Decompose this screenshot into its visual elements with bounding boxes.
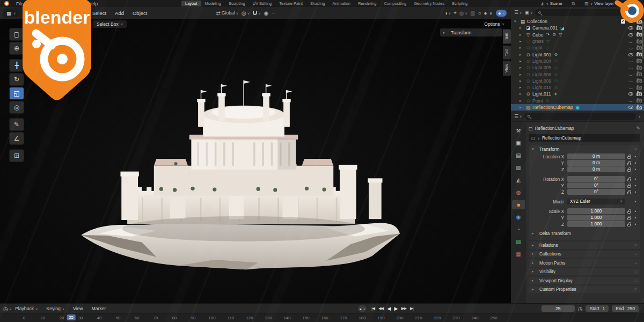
panel-drag-handle[interactable]: ≡ — [634, 243, 637, 248]
tab-render[interactable]: ▣ — [512, 138, 525, 148]
lock-icon[interactable] — [627, 192, 631, 194]
npanel-tab-view[interactable]: View — [503, 61, 511, 76]
hide-in-viewport-toggle[interactable] — [628, 53, 633, 56]
lock-icon[interactable] — [627, 163, 631, 165]
disclosure-icon[interactable]: ▸ — [519, 105, 525, 109]
properties-editor-dropdown[interactable]: ☰∨ — [514, 114, 522, 119]
lock-icon[interactable] — [627, 185, 631, 188]
panel-drag-handle[interactable]: ≡ — [634, 251, 637, 257]
timeline-menu-view[interactable]: View — [69, 306, 86, 311]
disable-in-renders-toggle[interactable] — [636, 86, 642, 90]
workspace-tab-sculpting[interactable]: Sculpting — [225, 1, 249, 6]
hide-in-viewport-toggle[interactable] — [628, 60, 633, 62]
jump-to-end-button[interactable]: ▶| — [408, 306, 415, 311]
lock-icon[interactable] — [627, 211, 631, 214]
tab-scene[interactable]: ◭ — [512, 175, 525, 185]
lock-icon[interactable] — [627, 169, 631, 172]
disable-in-renders-toggle[interactable] — [636, 46, 642, 50]
value-field[interactable]: 1.000 — [567, 208, 625, 214]
play-reverse-button[interactable]: ◀ — [386, 306, 392, 311]
shading-solid-button[interactable]: ● — [484, 10, 487, 16]
panel-drag-handle[interactable]: ≡ — [634, 278, 637, 283]
timeline-menu-marker[interactable]: Marker — [88, 306, 110, 311]
npanel-transform-header[interactable]: ▸ Transform — [440, 28, 502, 36]
panel-drag-handle[interactable]: ≡ — [634, 147, 637, 152]
timeline-menu-playback[interactable]: Playback∨ — [11, 306, 41, 311]
value-field[interactable]: 0 m — [567, 166, 625, 172]
properties-options-icon[interactable]: ∨ — [639, 114, 641, 118]
current-frame-field[interactable]: 25 — [541, 305, 575, 312]
disable-in-renders-toggle[interactable] — [636, 72, 642, 76]
tool-add-cube[interactable]: ⊞ — [9, 149, 24, 162]
disclosure-icon[interactable]: ▸ — [519, 26, 525, 30]
animate-dot[interactable]: • — [633, 177, 638, 182]
options-dropdown[interactable]: Options ∨ — [484, 21, 504, 27]
panel-relations[interactable]: ▸Relations≡ — [529, 241, 640, 249]
hide-in-viewport-toggle[interactable] — [628, 92, 633, 96]
orientation-dropdown[interactable]: ⇄ Global ∨ — [216, 10, 238, 16]
viewport-menu-object[interactable]: Object — [128, 10, 151, 16]
workspace-tab-layout[interactable]: Layout — [181, 1, 201, 6]
viewport-menu-add[interactable]: Add — [111, 10, 128, 16]
disclosure-icon[interactable]: ▸ — [519, 92, 525, 96]
outliner-row-reflectioncubemap[interactable]: ▸▨ReflectionCubemap▣ — [511, 104, 644, 111]
lock-icon[interactable] — [627, 217, 631, 220]
outliner-row-light-006[interactable]: ▸⊙Light.006⊙ — [511, 71, 644, 77]
animate-dot[interactable]: • — [633, 160, 638, 166]
value-field[interactable]: 0° — [567, 189, 625, 195]
overlays-button[interactable]: ◍∨ — [459, 10, 467, 16]
new-scene-icon[interactable]: ⧉ — [572, 1, 575, 6]
tab-view-layer[interactable]: ▥ — [512, 163, 525, 172]
properties-search-input[interactable] — [524, 113, 635, 120]
lock-icon[interactable] — [627, 156, 631, 159]
shading-material-button[interactable]: ◐ — [490, 10, 493, 16]
xray-button[interactable]: ▥ — [470, 10, 475, 16]
jump-to-start-button[interactable]: |◀ — [370, 306, 376, 311]
play-button[interactable]: ▶ — [393, 306, 399, 311]
disclosure-icon[interactable]: ▸ — [519, 85, 525, 90]
disclosure-icon[interactable]: ▸ — [519, 72, 525, 77]
timeline-ruler[interactable]: 0102030405060708090100110120130140150160… — [0, 313, 644, 322]
disclosure-icon[interactable]: ▸ — [519, 59, 525, 63]
outliner-row-light-010[interactable]: ▸⊙Light.010⊙ — [511, 84, 644, 91]
animate-dot[interactable]: • — [633, 154, 638, 159]
workspace-tab-uv-editing[interactable]: UV Editing — [249, 1, 275, 6]
next-keyframe-button[interactable]: ▶▶ — [399, 306, 408, 311]
transform-panel-header[interactable]: ▾ Transform ≡ — [529, 145, 640, 153]
outliner-row-light[interactable]: ▸⊙Light⊙ — [511, 45, 644, 51]
show-gizmo-button[interactable]: ⌖ — [453, 10, 457, 16]
tab-texture[interactable]: ▦ — [512, 250, 525, 259]
hide-in-viewport-toggle[interactable] — [628, 86, 633, 89]
disclosure-icon[interactable]: ▸ — [519, 39, 525, 43]
workspace-tab-texture-paint[interactable]: Texture Paint — [275, 1, 306, 6]
object-name-field[interactable]: ▢ ∨ ReflectionCubemap — [529, 134, 640, 142]
outliner-row-light-004[interactable]: ▸⊙Light.004⊙ — [511, 58, 644, 64]
hide-in-viewport-toggle[interactable] — [628, 73, 633, 76]
animate-dot[interactable]: • — [633, 189, 638, 195]
panel-drag-handle[interactable]: ≡ — [634, 287, 637, 292]
hide-in-viewport-toggle[interactable] — [628, 47, 633, 49]
panel-collections[interactable]: ▸Collections≡ — [529, 251, 640, 258]
disable-in-renders-toggle[interactable] — [636, 106, 642, 109]
lock-icon[interactable] — [627, 224, 631, 226]
outliner-row-light-001[interactable]: ▸⊙Light.001⊙ — [511, 51, 644, 57]
timeline-editor-dropdown[interactable]: ◷∨ — [3, 306, 11, 312]
value-field[interactable]: 0 m — [567, 153, 625, 159]
workspace-tab-scripting[interactable]: Scripting — [448, 1, 471, 6]
workspace-tab-shading[interactable]: Shading — [306, 1, 329, 6]
pivot-dropdown[interactable]: ◎∨ — [241, 10, 250, 16]
workspace-tab-compositing[interactable]: Compositing — [380, 1, 411, 6]
disclosure-icon[interactable]: ▸ — [519, 33, 525, 37]
disable-in-renders-toggle[interactable] — [636, 33, 642, 36]
snap-toggle[interactable]: ∨ — [253, 11, 260, 15]
tab-object-data[interactable]: ▨ — [512, 237, 525, 246]
animate-dot[interactable]: • — [633, 222, 638, 227]
tab-output[interactable]: ▤ — [512, 151, 525, 160]
animate-dot[interactable]: • — [633, 209, 638, 214]
animate-dot[interactable]: • — [633, 215, 638, 221]
preview-range-icon[interactable]: ◷ — [578, 306, 583, 312]
falloff-dropdown[interactable]: ⌢ — [272, 10, 275, 16]
value-field[interactable]: 0° — [567, 182, 625, 188]
blender-app-icon[interactable] — [4, 1, 9, 6]
tab-tool[interactable]: ⚒ — [512, 126, 525, 135]
